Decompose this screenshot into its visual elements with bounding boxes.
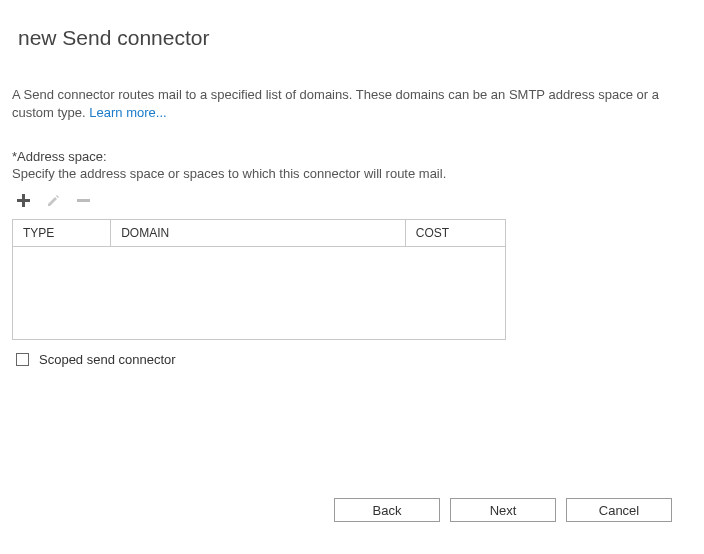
learn-more-link[interactable]: Learn more... bbox=[89, 105, 166, 120]
remove-button[interactable] bbox=[74, 191, 92, 209]
page-title: new Send connector bbox=[0, 0, 704, 50]
plus-icon bbox=[16, 193, 31, 208]
column-header-type[interactable]: TYPE bbox=[13, 220, 111, 247]
table-empty-body[interactable] bbox=[13, 247, 505, 339]
wizard-footer: Back Next Cancel bbox=[334, 498, 672, 522]
address-space-table: TYPE DOMAIN COST bbox=[12, 219, 506, 340]
back-button[interactable]: Back bbox=[334, 498, 440, 522]
scoped-send-connector-checkbox[interactable] bbox=[16, 353, 29, 366]
scoped-send-connector-field: Scoped send connector bbox=[0, 340, 704, 367]
minus-icon bbox=[76, 193, 91, 208]
cancel-button[interactable]: Cancel bbox=[566, 498, 672, 522]
description-block: A Send connector routes mail to a specif… bbox=[0, 50, 704, 121]
next-button[interactable]: Next bbox=[450, 498, 556, 522]
column-header-cost[interactable]: COST bbox=[405, 220, 505, 247]
svg-rect-1 bbox=[17, 199, 30, 202]
table-header-row: TYPE DOMAIN COST bbox=[13, 220, 505, 247]
add-button[interactable] bbox=[14, 191, 32, 209]
pencil-icon bbox=[46, 193, 61, 208]
address-space-toolbar bbox=[0, 181, 704, 215]
column-header-domain[interactable]: DOMAIN bbox=[111, 220, 406, 247]
svg-rect-2 bbox=[77, 199, 90, 202]
address-space-label: *Address space: bbox=[0, 121, 704, 164]
address-space-hint: Specify the address space or spaces to w… bbox=[0, 164, 704, 181]
edit-button[interactable] bbox=[44, 191, 62, 209]
scoped-send-connector-label: Scoped send connector bbox=[39, 352, 176, 367]
